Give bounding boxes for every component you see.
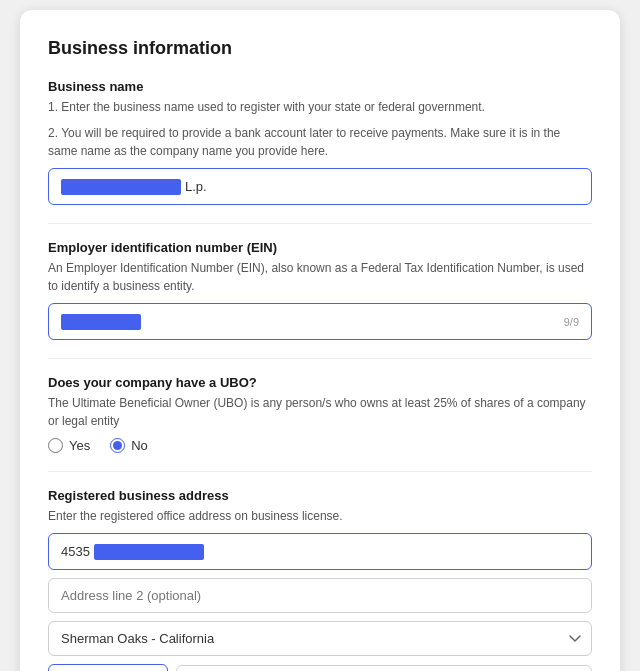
ubo-no-radio[interactable] <box>110 438 125 453</box>
ubo-label: Does your company have a UBO? <box>48 375 592 390</box>
ubo-no-option[interactable]: No <box>110 438 148 453</box>
business-name-suffix: L.p. <box>185 179 207 194</box>
page-title: Business information <box>48 38 592 59</box>
ein-char-count: 9/9 <box>564 316 579 328</box>
address-line1-input[interactable]: 4535 <box>48 533 592 570</box>
ubo-radio-group: Yes No <box>48 438 592 453</box>
ein-input[interactable]: 9/9 <box>48 303 592 340</box>
registered-address-section: Registered business address Enter the re… <box>48 488 592 671</box>
ubo-desc: The Ultimate Beneficial Owner (UBO) is a… <box>48 394 592 430</box>
ubo-yes-label: Yes <box>69 438 90 453</box>
city-state-select[interactable]: Sherman Oaks - California <box>48 621 592 656</box>
business-name-desc1: 1. Enter the business name used to regis… <box>48 98 592 116</box>
ein-label: Employer identification number (EIN) <box>48 240 592 255</box>
divider-1 <box>48 223 592 224</box>
divider-2 <box>48 358 592 359</box>
business-name-section: Business name 1. Enter the business name… <box>48 79 592 205</box>
business-name-input[interactable]: L.p. <box>48 168 592 205</box>
country-select[interactable]: United States <box>176 665 592 671</box>
business-name-desc2: 2. You will be required to provide a ban… <box>48 124 592 160</box>
ein-highlight <box>61 314 141 330</box>
divider-3 <box>48 471 592 472</box>
zip-country-row: 5/5 United States <box>48 664 592 671</box>
address-line2-input[interactable] <box>48 578 592 613</box>
registered-address-desc: Enter the registered office address on b… <box>48 507 592 525</box>
ubo-no-label: No <box>131 438 148 453</box>
ubo-yes-option[interactable]: Yes <box>48 438 90 453</box>
business-info-card: Business information Business name 1. En… <box>20 10 620 671</box>
ein-desc: An Employer Identification Number (EIN),… <box>48 259 592 295</box>
registered-address-label: Registered business address <box>48 488 592 503</box>
business-name-highlight <box>61 179 181 195</box>
ubo-yes-radio[interactable] <box>48 438 63 453</box>
business-name-label: Business name <box>48 79 592 94</box>
address-line1-highlight <box>94 544 204 560</box>
ubo-section: Does your company have a UBO? The Ultima… <box>48 375 592 453</box>
address-line1-prefix: 4535 <box>61 544 90 559</box>
zip-input[interactable]: 5/5 <box>48 664 168 671</box>
ein-section: Employer identification number (EIN) An … <box>48 240 592 340</box>
